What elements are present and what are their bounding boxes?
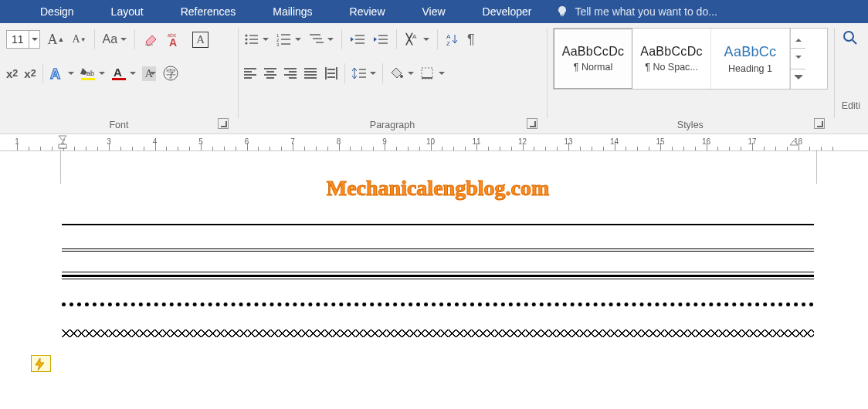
phonetic-guide-button[interactable]: abcA: [168, 31, 185, 48]
chevron-up-icon: [795, 35, 802, 42]
svg-point-61: [844, 32, 853, 41]
line-spacing-button[interactable]: [351, 66, 376, 80]
font-color-icon: A: [111, 66, 127, 81]
styles-dialog-launcher[interactable]: [814, 118, 825, 129]
svg-rect-12: [249, 39, 258, 40]
shrink-font-button[interactable]: A▼: [73, 33, 86, 46]
enclose-icon: 字: [162, 65, 179, 82]
font-size-combo[interactable]: 11: [6, 30, 40, 49]
svg-rect-22: [313, 38, 322, 39]
align-left-button[interactable]: [244, 67, 258, 79]
font-size-value: 11: [7, 33, 29, 46]
group-label-font: Font: [6, 115, 232, 134]
tab-mailings[interactable]: Mailings: [254, 0, 331, 23]
asian-layout-button[interactable]: ╳A: [405, 32, 429, 46]
numbering-button[interactable]: 123: [276, 32, 301, 46]
highlight-button[interactable]: ab: [80, 66, 105, 81]
svg-rect-45: [289, 77, 297, 79]
gallery-up[interactable]: [791, 29, 805, 49]
text-effects-button[interactable]: A: [49, 66, 74, 81]
svg-point-9: [246, 35, 248, 37]
horizontal-line-thick: [62, 275, 814, 279]
right-indent[interactable]: [789, 135, 798, 146]
grow-font-button[interactable]: A▲: [48, 32, 65, 48]
borders-button[interactable]: [420, 66, 445, 80]
svg-rect-16: [281, 34, 290, 35]
char-shading-button[interactable]: A: [142, 66, 157, 81]
text-effects-icon: A: [49, 66, 65, 81]
svg-rect-51: [336, 67, 337, 79]
first-line-indent[interactable]: [58, 135, 67, 149]
svg-point-11: [246, 39, 248, 41]
tab-view[interactable]: View: [404, 0, 464, 23]
shading-button[interactable]: [389, 66, 414, 80]
gallery-scroll[interactable]: [790, 29, 805, 89]
separator: [396, 29, 397, 49]
enclose-characters-button[interactable]: 字: [162, 65, 179, 82]
style-sample: AaBbCcDc: [640, 45, 703, 59]
justify-button[interactable]: [304, 67, 318, 79]
change-case-button[interactable]: Aa: [103, 32, 127, 46]
subscript-button[interactable]: x2: [6, 67, 18, 80]
asian-layout-icon: ╳A: [405, 32, 420, 46]
superscript-button[interactable]: x2: [24, 67, 36, 80]
svg-text:A: A: [446, 33, 451, 40]
lightning-icon: [33, 357, 50, 371]
style-no-spacing[interactable]: AaBbCcDc ¶ No Spac...: [632, 29, 711, 89]
find-icon[interactable]: [842, 29, 860, 48]
horizontal-line-double: [62, 248, 814, 252]
svg-rect-34: [244, 68, 256, 69]
align-right-button[interactable]: [284, 67, 298, 79]
clear-formatting-button[interactable]: [143, 31, 160, 48]
distributed-button[interactable]: [324, 67, 338, 79]
svg-rect-59: [422, 68, 432, 79]
paragraph-dialog-launcher[interactable]: [527, 118, 537, 129]
increase-indent-button[interactable]: [373, 32, 388, 46]
autocorrect-callout[interactable]: [31, 355, 51, 372]
tell-me-search[interactable]: Tell me what you want to do...: [556, 5, 717, 18]
align-right-icon: [284, 67, 298, 79]
document-area[interactable]: Mechanicalengblog.com: [0, 151, 868, 337]
show-marks-button[interactable]: ¶: [467, 32, 475, 48]
svg-text:A: A: [412, 33, 417, 40]
character-border-button[interactable]: A: [192, 32, 209, 48]
align-center-button[interactable]: [264, 67, 278, 79]
group-font: 11 A▲ A▼ Aa abcA A x2 x2: [0, 23, 238, 134]
svg-rect-43: [289, 71, 297, 73]
font-dialog-launcher[interactable]: [218, 118, 229, 129]
svg-rect-49: [304, 77, 317, 79]
separator: [437, 29, 438, 49]
svg-rect-18: [281, 39, 290, 40]
svg-text:ab: ab: [86, 69, 94, 77]
tab-design[interactable]: Design: [22, 0, 93, 23]
group-label-styles: Styles: [553, 115, 828, 134]
bullets-icon: [244, 32, 259, 46]
svg-rect-47: [304, 71, 317, 73]
tab-developer[interactable]: Developer: [464, 0, 551, 23]
multilevel-list-button[interactable]: [309, 32, 334, 46]
tab-review[interactable]: Review: [331, 0, 404, 23]
svg-rect-10: [249, 35, 258, 36]
sort-button[interactable]: AZ: [446, 32, 459, 46]
svg-rect-29: [378, 42, 388, 44]
font-color-button[interactable]: A: [111, 66, 136, 81]
chevron-down-icon: [795, 56, 802, 62]
tab-layout[interactable]: Layout: [93, 0, 162, 23]
margin-guide-right: [816, 150, 817, 184]
bullets-button[interactable]: [244, 32, 269, 46]
svg-rect-55: [359, 69, 366, 70]
style-normal[interactable]: AaBbCcDc ¶ Normal: [554, 29, 632, 89]
group-styles: AaBbCcDc ¶ Normal AaBbCcDc ¶ No Spac... …: [547, 23, 834, 134]
styles-gallery[interactable]: AaBbCcDc ¶ Normal AaBbCcDc ¶ No Spac... …: [553, 28, 828, 90]
tab-references[interactable]: References: [162, 0, 255, 23]
separator: [341, 29, 342, 49]
svg-rect-46: [304, 68, 317, 69]
gallery-more[interactable]: [791, 69, 805, 89]
line-spacing-icon: [351, 66, 367, 80]
tell-me-placeholder: Tell me what you want to do...: [575, 5, 717, 18]
style-heading-1[interactable]: AaBbCc Heading 1: [711, 29, 790, 89]
svg-text:Z: Z: [446, 40, 450, 46]
decrease-indent-button[interactable]: [350, 32, 365, 46]
horizontal-ruler[interactable]: 123456789101112131415161718: [0, 134, 868, 151]
gallery-down[interactable]: [791, 49, 805, 69]
